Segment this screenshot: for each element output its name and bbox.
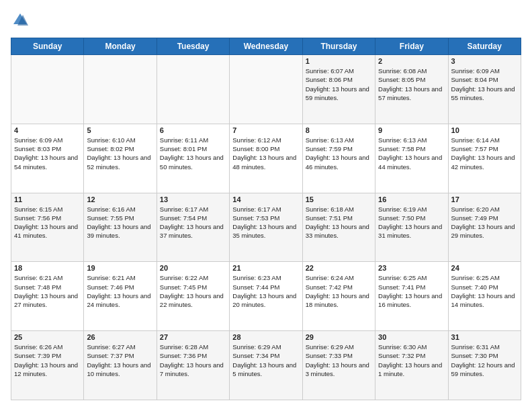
day-number: 12 — [87, 195, 153, 203]
day-number: 30 — [378, 333, 445, 341]
day-number: 28 — [232, 333, 299, 341]
calendar-cell — [157, 55, 229, 124]
calendar-cell: 12Sunrise: 6:16 AM Sunset: 7:55 PM Dayli… — [84, 193, 157, 262]
calendar-cell: 28Sunrise: 6:29 AM Sunset: 7:34 PM Dayli… — [230, 331, 302, 400]
calendar-cell: 11Sunrise: 6:15 AM Sunset: 7:56 PM Dayli… — [11, 193, 84, 262]
day-number: 22 — [306, 264, 372, 272]
day-info: Sunrise: 6:24 AM Sunset: 7:42 PM Dayligh… — [306, 273, 372, 309]
calendar-cell — [230, 55, 302, 124]
calendar-cell: 6Sunrise: 6:11 AM Sunset: 8:01 PM Daylig… — [157, 124, 229, 193]
day-number: 3 — [451, 57, 518, 65]
calendar-cell: 17Sunrise: 6:20 AM Sunset: 7:49 PM Dayli… — [448, 193, 521, 262]
day-number: 19 — [87, 264, 153, 272]
calendar-cell: 21Sunrise: 6:23 AM Sunset: 7:44 PM Dayli… — [230, 262, 302, 331]
week-row-5: 25Sunrise: 6:26 AM Sunset: 7:39 PM Dayli… — [11, 331, 521, 400]
calendar-cell: 7Sunrise: 6:12 AM Sunset: 8:00 PM Daylig… — [230, 124, 302, 193]
day-number: 10 — [451, 126, 518, 134]
day-info: Sunrise: 6:27 AM Sunset: 7:37 PM Dayligh… — [87, 342, 153, 378]
day-number: 16 — [378, 195, 445, 203]
day-number: 14 — [232, 195, 299, 203]
day-header-wednesday: Wednesday — [230, 38, 302, 55]
day-number: 13 — [160, 195, 226, 203]
calendar-cell: 31Sunrise: 6:31 AM Sunset: 7:30 PM Dayli… — [448, 331, 521, 400]
day-number: 25 — [14, 333, 81, 341]
calendar-cell: 22Sunrise: 6:24 AM Sunset: 7:42 PM Dayli… — [302, 262, 375, 331]
day-number: 15 — [306, 195, 372, 203]
calendar-cell: 30Sunrise: 6:30 AM Sunset: 7:32 PM Dayli… — [375, 331, 448, 400]
calendar-cell — [84, 55, 157, 124]
day-number: 24 — [451, 264, 518, 272]
day-info: Sunrise: 6:26 AM Sunset: 7:39 PM Dayligh… — [14, 342, 81, 378]
calendar-cell: 13Sunrise: 6:17 AM Sunset: 7:54 PM Dayli… — [157, 193, 229, 262]
day-info: Sunrise: 6:31 AM Sunset: 7:30 PM Dayligh… — [451, 342, 518, 378]
day-info: Sunrise: 6:08 AM Sunset: 8:05 PM Dayligh… — [378, 66, 445, 102]
calendar-cell: 26Sunrise: 6:27 AM Sunset: 7:37 PM Dayli… — [84, 331, 157, 400]
calendar-cell: 5Sunrise: 6:10 AM Sunset: 8:02 PM Daylig… — [84, 124, 157, 193]
day-number: 5 — [87, 126, 153, 134]
day-info: Sunrise: 6:29 AM Sunset: 7:34 PM Dayligh… — [232, 342, 299, 378]
day-number: 21 — [232, 264, 299, 272]
calendar-cell: 1Sunrise: 6:07 AM Sunset: 8:06 PM Daylig… — [302, 55, 375, 124]
calendar-cell: 10Sunrise: 6:14 AM Sunset: 7:57 PM Dayli… — [448, 124, 521, 193]
calendar-cell: 19Sunrise: 6:21 AM Sunset: 7:46 PM Dayli… — [84, 262, 157, 331]
calendar-cell: 2Sunrise: 6:08 AM Sunset: 8:05 PM Daylig… — [375, 55, 448, 124]
day-info: Sunrise: 6:15 AM Sunset: 7:56 PM Dayligh… — [14, 205, 81, 240]
week-row-3: 11Sunrise: 6:15 AM Sunset: 7:56 PM Dayli… — [11, 193, 521, 262]
calendar-cell: 23Sunrise: 6:25 AM Sunset: 7:41 PM Dayli… — [375, 262, 448, 331]
day-header-friday: Friday — [375, 38, 448, 55]
day-number: 11 — [14, 195, 81, 203]
week-row-1: 1Sunrise: 6:07 AM Sunset: 8:06 PM Daylig… — [11, 55, 521, 124]
day-info: Sunrise: 6:19 AM Sunset: 7:50 PM Dayligh… — [378, 205, 445, 240]
day-info: Sunrise: 6:17 AM Sunset: 7:54 PM Dayligh… — [160, 205, 226, 240]
day-info: Sunrise: 6:20 AM Sunset: 7:49 PM Dayligh… — [451, 205, 518, 240]
day-info: Sunrise: 6:14 AM Sunset: 7:57 PM Dayligh… — [451, 136, 518, 171]
week-row-2: 4Sunrise: 6:09 AM Sunset: 8:03 PM Daylig… — [11, 124, 521, 193]
day-number: 26 — [87, 333, 153, 341]
calendar-cell: 8Sunrise: 6:13 AM Sunset: 7:59 PM Daylig… — [302, 124, 375, 193]
day-number: 17 — [451, 195, 518, 203]
calendar-cell: 29Sunrise: 6:29 AM Sunset: 7:33 PM Dayli… — [302, 331, 375, 400]
day-info: Sunrise: 6:12 AM Sunset: 8:00 PM Dayligh… — [232, 136, 299, 171]
calendar-cell: 25Sunrise: 6:26 AM Sunset: 7:39 PM Dayli… — [11, 331, 84, 400]
day-info: Sunrise: 6:30 AM Sunset: 7:32 PM Dayligh… — [378, 342, 445, 378]
day-number: 18 — [14, 264, 81, 272]
day-number: 31 — [451, 333, 518, 341]
logo-icon — [11, 11, 30, 30]
logo — [11, 11, 32, 30]
day-header-monday: Monday — [84, 38, 157, 55]
calendar-table: SundayMondayTuesdayWednesdayThursdayFrid… — [11, 38, 521, 400]
calendar-cell: 14Sunrise: 6:17 AM Sunset: 7:53 PM Dayli… — [230, 193, 302, 262]
day-info: Sunrise: 6:17 AM Sunset: 7:53 PM Dayligh… — [232, 205, 299, 240]
day-info: Sunrise: 6:28 AM Sunset: 7:36 PM Dayligh… — [160, 342, 226, 378]
calendar-cell: 3Sunrise: 6:09 AM Sunset: 8:04 PM Daylig… — [448, 55, 521, 124]
day-number: 29 — [306, 333, 372, 341]
day-info: Sunrise: 6:18 AM Sunset: 7:51 PM Dayligh… — [306, 205, 372, 240]
calendar-cell: 20Sunrise: 6:22 AM Sunset: 7:45 PM Dayli… — [157, 262, 229, 331]
day-info: Sunrise: 6:07 AM Sunset: 8:06 PM Dayligh… — [306, 66, 372, 102]
header — [11, 11, 521, 30]
day-header-saturday: Saturday — [448, 38, 521, 55]
day-info: Sunrise: 6:11 AM Sunset: 8:01 PM Dayligh… — [160, 136, 226, 171]
day-number: 8 — [306, 126, 372, 134]
calendar-cell: 18Sunrise: 6:21 AM Sunset: 7:48 PM Dayli… — [11, 262, 84, 331]
day-info: Sunrise: 6:25 AM Sunset: 7:40 PM Dayligh… — [451, 273, 518, 309]
calendar-header-row: SundayMondayTuesdayWednesdayThursdayFrid… — [11, 38, 521, 55]
day-info: Sunrise: 6:09 AM Sunset: 8:04 PM Dayligh… — [451, 66, 518, 102]
calendar-cell: 16Sunrise: 6:19 AM Sunset: 7:50 PM Dayli… — [375, 193, 448, 262]
calendar-cell: 9Sunrise: 6:13 AM Sunset: 7:58 PM Daylig… — [375, 124, 448, 193]
day-header-thursday: Thursday — [302, 38, 375, 55]
day-number: 4 — [14, 126, 81, 134]
page: SundayMondayTuesdayWednesdayThursdayFrid… — [0, 0, 532, 411]
day-info: Sunrise: 6:10 AM Sunset: 8:02 PM Dayligh… — [87, 136, 153, 171]
day-number: 6 — [160, 126, 226, 134]
day-header-sunday: Sunday — [11, 38, 84, 55]
calendar-cell: 15Sunrise: 6:18 AM Sunset: 7:51 PM Dayli… — [302, 193, 375, 262]
day-info: Sunrise: 6:25 AM Sunset: 7:41 PM Dayligh… — [378, 273, 445, 309]
day-info: Sunrise: 6:13 AM Sunset: 7:59 PM Dayligh… — [306, 136, 372, 171]
day-info: Sunrise: 6:13 AM Sunset: 7:58 PM Dayligh… — [378, 136, 445, 171]
day-number: 9 — [378, 126, 445, 134]
calendar-cell — [11, 55, 84, 124]
week-row-4: 18Sunrise: 6:21 AM Sunset: 7:48 PM Dayli… — [11, 262, 521, 331]
day-number: 2 — [378, 57, 445, 65]
calendar-cell: 4Sunrise: 6:09 AM Sunset: 8:03 PM Daylig… — [11, 124, 84, 193]
